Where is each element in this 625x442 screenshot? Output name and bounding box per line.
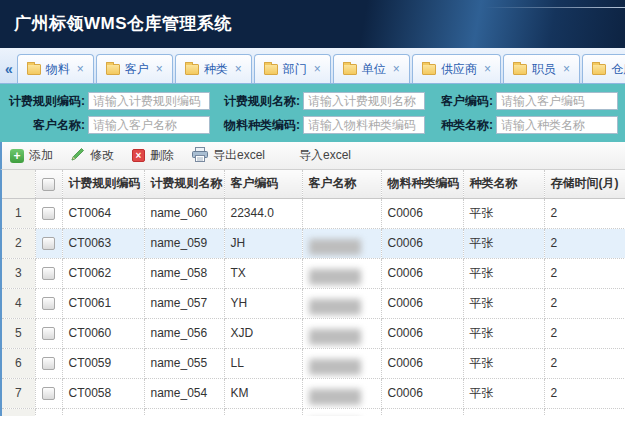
table-row[interactable]: 6 CT0059 name_055 LL C0006 平张 2 — [2, 348, 625, 378]
redacted-customer-name — [309, 239, 361, 255]
cell-customer-name — [302, 318, 381, 348]
row-checkbox[interactable] — [42, 297, 55, 310]
row-checkbox-cell — [35, 288, 62, 318]
cell-billing-rule-code: CT0062 — [62, 258, 144, 288]
cell-customer-code: KM — [224, 378, 302, 408]
search-input-6[interactable] — [496, 116, 618, 134]
cell-category-name: 平张 — [463, 228, 544, 258]
cell-customer-code: XJD — [224, 318, 302, 348]
cell-storage-months: 2 — [544, 228, 625, 258]
cell-category-name: 平张 — [463, 348, 544, 378]
column-header[interactable]: 客户编码 — [224, 170, 302, 198]
row-number-header — [2, 170, 35, 198]
table-row[interactable]: 2 CT0063 name_059 JH C0006 平张 2 — [2, 228, 625, 258]
column-header[interactable]: 物料种类编码 — [381, 170, 463, 198]
tab-close-icon[interactable]: × — [563, 62, 570, 76]
field-label: 计费规则编码: — [5, 93, 85, 110]
cell-category-code: C0006 — [381, 318, 463, 348]
row-number: 4 — [2, 288, 35, 318]
tab-close-icon[interactable]: × — [314, 62, 321, 76]
tab-7[interactable]: 职员 × — [503, 54, 580, 83]
folder-icon — [343, 64, 357, 75]
cell-billing-rule-code: CT0063 — [62, 228, 144, 258]
cell-category-code: C0006 — [381, 378, 463, 408]
table-row[interactable]: 3 CT0062 name_058 TX C0006 平张 2 — [2, 258, 625, 288]
delete-button[interactable]: × 删除 — [132, 147, 174, 164]
column-header[interactable]: 存储时间(月) — [544, 170, 625, 198]
table-body: 1 CT0064 name_060 22344.0 C0006 平张 2 2 C… — [2, 198, 625, 416]
cell-storage-months: 2 — [544, 198, 625, 228]
delete-icon: × — [132, 149, 145, 162]
row-number: 5 — [2, 318, 35, 348]
delete-button-label: 删除 — [150, 147, 174, 164]
table-row[interactable]: 4 CT0061 name_057 YH C0006 平张 2 — [2, 288, 625, 318]
redacted-customer-name — [309, 329, 361, 345]
search-input-2[interactable] — [303, 92, 425, 110]
search-input-3[interactable] — [496, 92, 618, 110]
search-field: 客户名称: — [5, 116, 210, 134]
column-header[interactable]: 计费规则编码 — [62, 170, 144, 198]
row-checkbox[interactable] — [42, 387, 55, 400]
select-all-checkbox[interactable] — [42, 178, 55, 191]
tab-3[interactable]: 种类 × — [175, 54, 252, 83]
cell-category-code: C0006 — [381, 288, 463, 318]
billing-rules-table: 计费规则编码计费规则名称客户编码客户名称物料种类编码种类名称存储时间(月) 1 … — [2, 170, 625, 416]
tab-5[interactable]: 单位 × — [333, 54, 410, 83]
table-row[interactable]: 1 CT0064 name_060 22344.0 C0006 平张 2 — [2, 198, 625, 228]
row-checkbox[interactable] — [42, 267, 55, 280]
search-input-4[interactable] — [88, 116, 210, 134]
export-excel-button[interactable]: 导出excel — [192, 147, 265, 165]
table-header-row: 计费规则编码计费规则名称客户编码客户名称物料种类编码种类名称存储时间(月) — [2, 170, 625, 198]
row-checkbox[interactable] — [42, 237, 55, 250]
tabs-collapse-icon[interactable]: « — [2, 61, 16, 83]
redacted-customer-name — [309, 299, 361, 315]
tab-close-icon[interactable]: × — [393, 62, 400, 76]
row-checkbox[interactable] — [42, 327, 55, 340]
tab-6[interactable]: 供应商 × — [412, 54, 501, 83]
cell-storage-months: 2 — [544, 258, 625, 288]
row-checkbox[interactable] — [42, 207, 55, 220]
tab-1[interactable]: 物料 × — [17, 54, 94, 83]
select-all-cell — [35, 170, 62, 198]
cell-category-code: C0006 — [381, 258, 463, 288]
field-label: 种类名称: — [431, 117, 493, 134]
search-input-5[interactable] — [303, 116, 425, 134]
cell-category-code: C0006 — [381, 198, 463, 228]
cell-category-code: C0006 — [381, 348, 463, 378]
edit-button[interactable]: 修改 — [71, 147, 114, 164]
cell-billing-rule-code: CT0064 — [62, 198, 144, 228]
column-header[interactable]: 种类名称 — [463, 170, 544, 198]
search-field: 计费规则名称: — [216, 92, 425, 110]
tab-4[interactable]: 部门 × — [254, 54, 331, 83]
folder-icon — [513, 64, 527, 75]
tab-close-icon[interactable]: × — [235, 62, 242, 76]
row-checkbox[interactable] — [42, 357, 55, 370]
row-checkbox-cell — [35, 258, 62, 288]
tab-close-icon[interactable]: × — [77, 62, 84, 76]
column-header[interactable]: 客户名称 — [302, 170, 381, 198]
tab-8[interactable]: 仓库 × — [582, 54, 625, 83]
folder-icon — [422, 64, 436, 75]
field-label: 客户名称: — [5, 117, 85, 134]
search-input-1[interactable] — [88, 92, 210, 110]
tab-label: 部门 — [283, 61, 307, 78]
folder-icon — [264, 64, 278, 75]
search-field: 客户编码: — [431, 92, 618, 110]
cell-customer-name — [302, 348, 381, 378]
cell-billing-rule-name: name_058 — [144, 258, 224, 288]
app-title: 广州标领WMS仓库管理系统 — [0, 0, 625, 35]
tab-close-icon[interactable]: × — [156, 62, 163, 76]
table-row[interactable]: 7 CT0058 name_054 KM C0006 平张 2 — [2, 378, 625, 408]
table-row[interactable]: 5 CT0060 name_056 XJD C0006 平张 2 — [2, 318, 625, 348]
cell-category-name: 平张 — [463, 408, 544, 416]
row-number: 2 — [2, 228, 35, 258]
search-form-row-1: 计费规则编码: 计费规则名称: 客户编码: — [5, 89, 620, 113]
tab-2[interactable]: 客户 × — [96, 54, 173, 83]
column-header[interactable]: 计费规则名称 — [144, 170, 224, 198]
table-row[interactable]: 8 CT0057 name_053 LK C0006 平张 2 — [2, 408, 625, 416]
tab-close-icon[interactable]: × — [484, 62, 491, 76]
field-label: 物料种类编码: — [216, 117, 300, 134]
redacted-customer-name — [309, 359, 361, 375]
import-excel-button[interactable]: 导入excel — [299, 147, 351, 164]
add-button[interactable]: + 添加 — [10, 147, 53, 164]
